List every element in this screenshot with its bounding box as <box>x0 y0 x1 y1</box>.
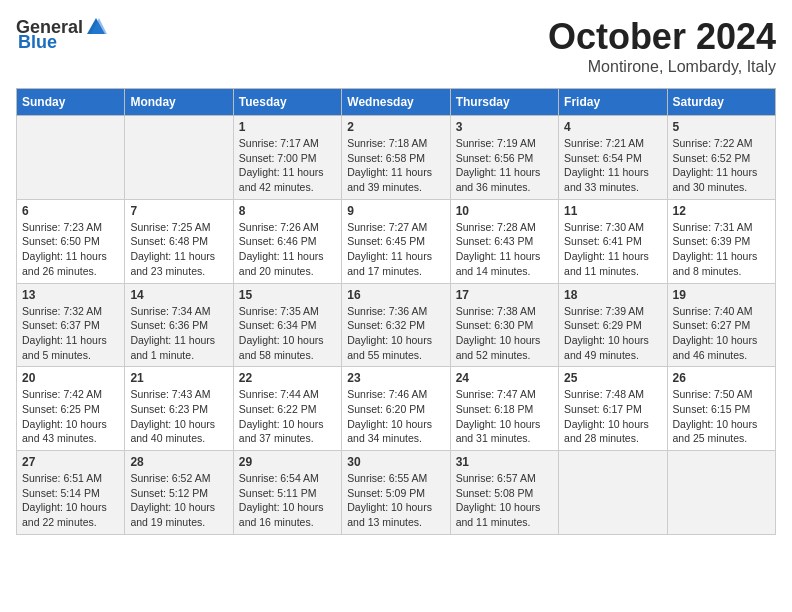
month-title: October 2024 <box>548 16 776 58</box>
day-number: 19 <box>673 288 770 302</box>
day-info: Sunrise: 7:27 AM Sunset: 6:45 PM Dayligh… <box>347 220 444 279</box>
day-cell: 14Sunrise: 7:34 AM Sunset: 6:36 PM Dayli… <box>125 283 233 367</box>
day-info: Sunrise: 7:19 AM Sunset: 6:56 PM Dayligh… <box>456 136 553 195</box>
day-info: Sunrise: 7:17 AM Sunset: 7:00 PM Dayligh… <box>239 136 336 195</box>
day-cell: 27Sunrise: 6:51 AM Sunset: 5:14 PM Dayli… <box>17 451 125 535</box>
day-info: Sunrise: 7:21 AM Sunset: 6:54 PM Dayligh… <box>564 136 661 195</box>
calendar-title-area: October 2024 Montirone, Lombardy, Italy <box>548 16 776 76</box>
day-cell: 31Sunrise: 6:57 AM Sunset: 5:08 PM Dayli… <box>450 451 558 535</box>
day-number: 21 <box>130 371 227 385</box>
week-row-1: 1Sunrise: 7:17 AM Sunset: 7:00 PM Daylig… <box>17 116 776 200</box>
day-info: Sunrise: 6:52 AM Sunset: 5:12 PM Dayligh… <box>130 471 227 530</box>
day-number: 17 <box>456 288 553 302</box>
day-cell: 24Sunrise: 7:47 AM Sunset: 6:18 PM Dayli… <box>450 367 558 451</box>
day-info: Sunrise: 7:25 AM Sunset: 6:48 PM Dayligh… <box>130 220 227 279</box>
day-cell: 11Sunrise: 7:30 AM Sunset: 6:41 PM Dayli… <box>559 199 667 283</box>
day-info: Sunrise: 6:57 AM Sunset: 5:08 PM Dayligh… <box>456 471 553 530</box>
day-info: Sunrise: 7:36 AM Sunset: 6:32 PM Dayligh… <box>347 304 444 363</box>
day-number: 23 <box>347 371 444 385</box>
day-cell <box>559 451 667 535</box>
day-cell: 25Sunrise: 7:48 AM Sunset: 6:17 PM Dayli… <box>559 367 667 451</box>
day-cell: 21Sunrise: 7:43 AM Sunset: 6:23 PM Dayli… <box>125 367 233 451</box>
day-number: 24 <box>456 371 553 385</box>
day-info: Sunrise: 7:23 AM Sunset: 6:50 PM Dayligh… <box>22 220 119 279</box>
col-header-friday: Friday <box>559 89 667 116</box>
day-number: 3 <box>456 120 553 134</box>
day-info: Sunrise: 7:28 AM Sunset: 6:43 PM Dayligh… <box>456 220 553 279</box>
col-header-sunday: Sunday <box>17 89 125 116</box>
day-number: 5 <box>673 120 770 134</box>
day-cell <box>17 116 125 200</box>
day-info: Sunrise: 6:54 AM Sunset: 5:11 PM Dayligh… <box>239 471 336 530</box>
calendar-header: SundayMondayTuesdayWednesdayThursdayFrid… <box>17 89 776 116</box>
day-info: Sunrise: 7:46 AM Sunset: 6:20 PM Dayligh… <box>347 387 444 446</box>
page-header: General Blue October 2024 Montirone, Lom… <box>16 16 776 76</box>
day-number: 11 <box>564 204 661 218</box>
day-cell: 6Sunrise: 7:23 AM Sunset: 6:50 PM Daylig… <box>17 199 125 283</box>
calendar-table: SundayMondayTuesdayWednesdayThursdayFrid… <box>16 88 776 535</box>
day-number: 12 <box>673 204 770 218</box>
day-number: 18 <box>564 288 661 302</box>
header-row: SundayMondayTuesdayWednesdayThursdayFrid… <box>17 89 776 116</box>
day-info: Sunrise: 7:31 AM Sunset: 6:39 PM Dayligh… <box>673 220 770 279</box>
day-cell: 19Sunrise: 7:40 AM Sunset: 6:27 PM Dayli… <box>667 283 775 367</box>
day-info: Sunrise: 7:32 AM Sunset: 6:37 PM Dayligh… <box>22 304 119 363</box>
day-number: 22 <box>239 371 336 385</box>
day-cell: 9Sunrise: 7:27 AM Sunset: 6:45 PM Daylig… <box>342 199 450 283</box>
logo-blue: Blue <box>18 32 57 53</box>
week-row-3: 13Sunrise: 7:32 AM Sunset: 6:37 PM Dayli… <box>17 283 776 367</box>
day-info: Sunrise: 7:18 AM Sunset: 6:58 PM Dayligh… <box>347 136 444 195</box>
day-cell: 4Sunrise: 7:21 AM Sunset: 6:54 PM Daylig… <box>559 116 667 200</box>
day-info: Sunrise: 6:55 AM Sunset: 5:09 PM Dayligh… <box>347 471 444 530</box>
col-header-thursday: Thursday <box>450 89 558 116</box>
day-cell: 3Sunrise: 7:19 AM Sunset: 6:56 PM Daylig… <box>450 116 558 200</box>
day-number: 7 <box>130 204 227 218</box>
logo: General Blue <box>16 16 107 53</box>
day-number: 2 <box>347 120 444 134</box>
day-cell: 20Sunrise: 7:42 AM Sunset: 6:25 PM Dayli… <box>17 367 125 451</box>
day-number: 26 <box>673 371 770 385</box>
day-number: 31 <box>456 455 553 469</box>
day-cell: 1Sunrise: 7:17 AM Sunset: 7:00 PM Daylig… <box>233 116 341 200</box>
day-info: Sunrise: 7:35 AM Sunset: 6:34 PM Dayligh… <box>239 304 336 363</box>
week-row-4: 20Sunrise: 7:42 AM Sunset: 6:25 PM Dayli… <box>17 367 776 451</box>
day-cell: 5Sunrise: 7:22 AM Sunset: 6:52 PM Daylig… <box>667 116 775 200</box>
day-number: 8 <box>239 204 336 218</box>
week-row-2: 6Sunrise: 7:23 AM Sunset: 6:50 PM Daylig… <box>17 199 776 283</box>
col-header-tuesday: Tuesday <box>233 89 341 116</box>
day-number: 20 <box>22 371 119 385</box>
day-info: Sunrise: 7:47 AM Sunset: 6:18 PM Dayligh… <box>456 387 553 446</box>
day-cell <box>667 451 775 535</box>
day-cell: 10Sunrise: 7:28 AM Sunset: 6:43 PM Dayli… <box>450 199 558 283</box>
day-number: 1 <box>239 120 336 134</box>
day-number: 29 <box>239 455 336 469</box>
day-info: Sunrise: 7:39 AM Sunset: 6:29 PM Dayligh… <box>564 304 661 363</box>
day-number: 16 <box>347 288 444 302</box>
day-cell: 12Sunrise: 7:31 AM Sunset: 6:39 PM Dayli… <box>667 199 775 283</box>
day-cell <box>125 116 233 200</box>
day-info: Sunrise: 7:43 AM Sunset: 6:23 PM Dayligh… <box>130 387 227 446</box>
day-cell: 28Sunrise: 6:52 AM Sunset: 5:12 PM Dayli… <box>125 451 233 535</box>
day-number: 27 <box>22 455 119 469</box>
col-header-wednesday: Wednesday <box>342 89 450 116</box>
day-number: 13 <box>22 288 119 302</box>
day-info: Sunrise: 7:34 AM Sunset: 6:36 PM Dayligh… <box>130 304 227 363</box>
day-cell: 26Sunrise: 7:50 AM Sunset: 6:15 PM Dayli… <box>667 367 775 451</box>
day-info: Sunrise: 7:40 AM Sunset: 6:27 PM Dayligh… <box>673 304 770 363</box>
day-info: Sunrise: 7:42 AM Sunset: 6:25 PM Dayligh… <box>22 387 119 446</box>
day-info: Sunrise: 7:44 AM Sunset: 6:22 PM Dayligh… <box>239 387 336 446</box>
day-number: 14 <box>130 288 227 302</box>
day-cell: 18Sunrise: 7:39 AM Sunset: 6:29 PM Dayli… <box>559 283 667 367</box>
day-info: Sunrise: 7:30 AM Sunset: 6:41 PM Dayligh… <box>564 220 661 279</box>
day-number: 9 <box>347 204 444 218</box>
day-cell: 16Sunrise: 7:36 AM Sunset: 6:32 PM Dayli… <box>342 283 450 367</box>
week-row-5: 27Sunrise: 6:51 AM Sunset: 5:14 PM Dayli… <box>17 451 776 535</box>
calendar-body: 1Sunrise: 7:17 AM Sunset: 7:00 PM Daylig… <box>17 116 776 535</box>
day-cell: 2Sunrise: 7:18 AM Sunset: 6:58 PM Daylig… <box>342 116 450 200</box>
day-info: Sunrise: 7:48 AM Sunset: 6:17 PM Dayligh… <box>564 387 661 446</box>
col-header-monday: Monday <box>125 89 233 116</box>
location-title: Montirone, Lombardy, Italy <box>548 58 776 76</box>
day-cell: 17Sunrise: 7:38 AM Sunset: 6:30 PM Dayli… <box>450 283 558 367</box>
day-cell: 29Sunrise: 6:54 AM Sunset: 5:11 PM Dayli… <box>233 451 341 535</box>
day-info: Sunrise: 7:38 AM Sunset: 6:30 PM Dayligh… <box>456 304 553 363</box>
